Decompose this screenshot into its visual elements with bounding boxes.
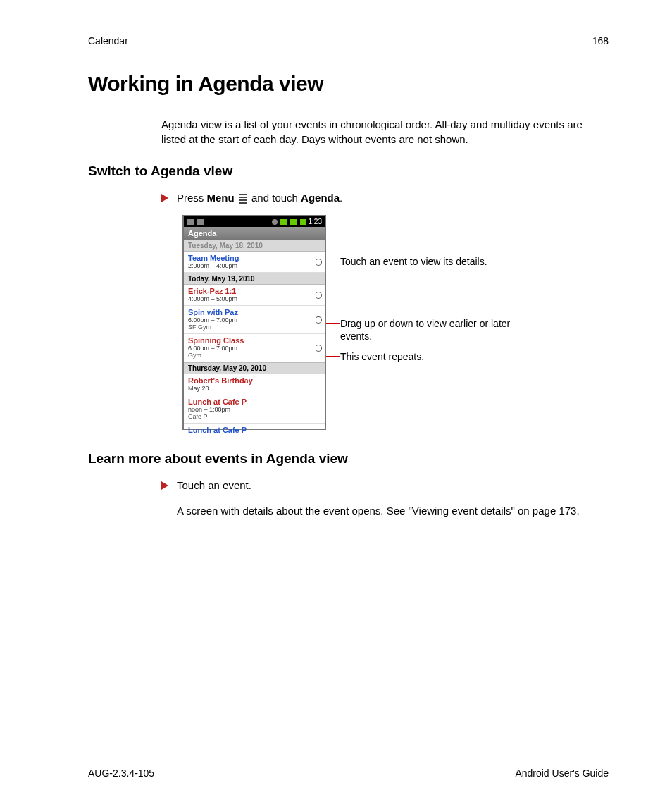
- footer-guide-name: Android User's Guide: [515, 768, 609, 779]
- event-item[interactable]: Robert's Birthday May 20: [184, 374, 325, 395]
- event-item[interactable]: Spinning Class 6:00pm – 7:00pm Gym: [184, 334, 325, 362]
- signal-icon: [290, 219, 297, 225]
- event-name: Team Meeting: [188, 254, 321, 262]
- action1-bold1: Menu: [207, 192, 235, 204]
- event-time: 4:00pm – 5:00pm: [188, 295, 321, 302]
- event-name: Robert's Birthday: [188, 376, 321, 385]
- event-location: Gym: [188, 352, 321, 359]
- event-item[interactable]: Erick-Paz 1:1 4:00pm – 5:00pm: [184, 285, 325, 306]
- event-name: Lunch at Cafe P: [188, 398, 321, 406]
- event-time: 6:00pm – 7:00pm: [188, 345, 321, 352]
- agenda-screenshot: 1:23 Agenda Tuesday, May 18, 2010 Team M…: [182, 215, 326, 430]
- action2-text: Touch an event.: [177, 478, 251, 493]
- day-header: Tuesday, May 18, 2010: [184, 240, 325, 252]
- action-switch-agenda: Press Menu and touch Agenda.: [161, 190, 609, 205]
- agenda-header: Agenda: [184, 227, 325, 240]
- page-number: 168: [592, 35, 609, 47]
- event-location: SF Gym: [188, 324, 321, 331]
- repeat-icon: [315, 259, 322, 266]
- event-item[interactable]: Lunch at Cafe P: [184, 424, 325, 434]
- action1-mid: and touch: [249, 192, 301, 204]
- bullet-icon: [161, 194, 168, 202]
- gps-icon: [272, 219, 278, 225]
- intro-paragraph: Agenda view is a list of your events in …: [161, 117, 609, 147]
- action-touch-event: Touch an event.: [161, 478, 609, 493]
- bullet-icon: [161, 481, 168, 490]
- action1-pre: Press: [177, 192, 207, 204]
- data-icon: [280, 219, 287, 225]
- event-name: Lunch at Cafe P: [188, 426, 321, 434]
- event-time: 2:00pm – 4:00pm: [188, 262, 321, 269]
- event-location: Cafe P: [188, 413, 321, 420]
- battery-icon: [300, 219, 306, 225]
- footer-doc-id: AUG-2.3.4-105: [88, 768, 154, 779]
- action1-post: .: [340, 192, 342, 204]
- event-name: Spin with Paz: [188, 308, 321, 316]
- section-name: Calendar: [88, 35, 128, 47]
- day-header: Thursday, May 20, 2010: [184, 362, 325, 374]
- mail-icon: [187, 219, 194, 225]
- status-icon: [197, 219, 204, 225]
- subhead-learn-more: Learn more about events in Agenda view: [88, 451, 609, 467]
- subhead-switch: Switch to Agenda view: [88, 164, 609, 179]
- callout-repeat: This event repeats.: [340, 350, 424, 363]
- menu-icon: [239, 194, 247, 204]
- learn-more-paragraph: A screen with details about the event op…: [177, 503, 609, 518]
- page-title: Working in Agenda view: [88, 72, 609, 96]
- callout-touch-event: Touch an event to view its details.: [340, 255, 487, 268]
- callout-drag: Drag up or down to view earlier or later…: [340, 317, 530, 343]
- event-time: May 20: [188, 385, 321, 392]
- repeat-icon: [315, 292, 322, 299]
- event-item[interactable]: Lunch at Cafe P noon – 1:00pm Cafe P: [184, 395, 325, 424]
- event-name: Spinning Class: [188, 336, 321, 345]
- repeat-icon: [315, 345, 322, 352]
- action1-bold2: Agenda: [301, 192, 340, 204]
- day-header: Today, May 19, 2010: [184, 273, 325, 285]
- event-time: noon – 1:00pm: [188, 406, 321, 413]
- event-item[interactable]: Spin with Paz 6:00pm – 7:00pm SF Gym: [184, 306, 325, 334]
- status-time: 1:23: [309, 218, 322, 226]
- event-time: 6:00pm – 7:00pm: [188, 316, 321, 324]
- event-name: Erick-Paz 1:1: [188, 287, 321, 295]
- repeat-icon: [315, 316, 322, 324]
- event-item[interactable]: Team Meeting 2:00pm – 4:00pm: [184, 252, 325, 273]
